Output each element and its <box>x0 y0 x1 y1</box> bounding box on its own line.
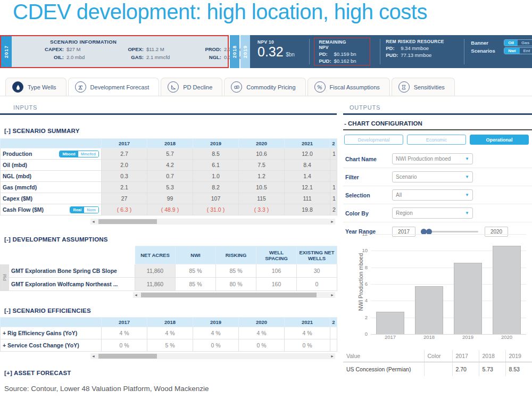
scroll-right-arrow[interactable]: ► <box>329 219 335 225</box>
scroll-thumb[interactable] <box>98 354 157 359</box>
y-tick-label: 10 <box>357 247 368 253</box>
divider <box>309 39 310 64</box>
cell-partial: 2 <box>330 204 337 215</box>
toggle-mmcfed[interactable]: Mmcfed <box>78 151 98 157</box>
scenario-efficiencies-hscrollbar[interactable]: ◄ ► <box>90 353 335 359</box>
bar-2017[interactable] <box>376 312 404 334</box>
scroll-thumb[interactable] <box>98 219 157 224</box>
chart-name-row: Chart Name NWI Production mboed ▼ <box>343 150 532 168</box>
cell: 85 % <box>176 278 216 291</box>
tab-label: Development Forecast <box>90 84 149 90</box>
bar-2020[interactable] <box>493 246 521 334</box>
cell: 85 % <box>176 264 216 278</box>
row-label: Cash Flow ($M) <box>3 206 44 213</box>
dropdown-value: All <box>396 192 465 198</box>
developmental-button[interactable]: Developmental <box>344 135 403 145</box>
scroll-track[interactable] <box>139 292 329 298</box>
scenarios-nwi-ent-toggle[interactable]: Nwi Ent <box>504 47 532 54</box>
scroll-thumb[interactable] <box>141 293 317 297</box>
tab-development-forecast[interactable]: Development Forecast <box>68 78 160 96</box>
percent-coins-icon <box>314 81 326 93</box>
scenario-summary-heading[interactable]: [-] SCENARIO SUMMARY <box>4 128 80 134</box>
development-assumptions-heading[interactable]: [-] DEVELOPMENT ASSUMPTIONS <box>4 236 108 243</box>
cell[interactable]: 4 % <box>239 327 285 339</box>
cell: 12.0 <box>285 148 330 160</box>
tab-fiscal-assumptions[interactable]: Fiscal Assumptions <box>307 78 390 96</box>
operational-button[interactable]: Operational <box>470 135 529 145</box>
toggle-option-nwi[interactable]: Nwi <box>504 48 519 54</box>
dropdown-value: Region <box>396 210 465 216</box>
production-unit-toggle[interactable]: MboedMmcfed <box>59 151 99 157</box>
cell: 99 <box>147 193 193 204</box>
cell[interactable]: 0 % <box>285 339 330 352</box>
well-name[interactable]: GMT Exploration Bone Spring CB Slope <box>9 264 135 278</box>
cell: 11,860 <box>135 278 176 291</box>
cell[interactable]: 4 % <box>193 327 239 339</box>
chart-configuration-heading[interactable]: - CHART CONFIGURATION <box>344 120 422 127</box>
cell-partial <box>330 171 337 182</box>
scroll-right-arrow[interactable]: ► <box>329 353 335 359</box>
scroll-track[interactable] <box>96 219 329 225</box>
scroll-left-arrow[interactable]: ◄ <box>90 219 96 225</box>
cell[interactable]: 4 % <box>147 327 193 339</box>
year-tab-2018[interactable]: 2018 <box>230 35 239 68</box>
bar-2019[interactable] <box>454 263 482 334</box>
scroll-left-arrow[interactable]: ◄ <box>90 353 96 359</box>
year-tab-2017[interactable]: 2017 <box>1 36 12 67</box>
banner-oil-gas-toggle[interactable]: Oil Gas <box>504 39 532 46</box>
cash-flow-real-nom-toggle[interactable]: RealNom <box>70 206 99 213</box>
cell[interactable]: 5 % <box>147 339 193 352</box>
tab-commodity-pricing[interactable]: Commodity Pricing <box>224 78 305 96</box>
well-name[interactable]: GMT Exploration Wolfcamp Northeast ... <box>9 278 135 291</box>
cell: 30 <box>297 264 337 278</box>
column-header: EXISTING NET WELLS <box>297 246 337 264</box>
table-row-gas: Gas (mmcfd) 2.1 5.3 8.2 10.5 12.1 1 <box>1 182 337 193</box>
cell[interactable]: 0 % <box>239 339 285 352</box>
toggle-option-gas[interactable]: Gas <box>518 40 532 46</box>
cell: 107 <box>193 193 239 204</box>
chart-name-dropdown[interactable]: NWI Production mboed ▼ <box>392 153 473 164</box>
inputs-rule <box>0 113 337 115</box>
tab-pd-decline[interactable]: PD Decline <box>161 78 222 96</box>
header-blank <box>9 246 135 264</box>
scroll-right-arrow[interactable]: ► <box>329 292 335 298</box>
development-assumptions-table: NET ACRES NWI RISKING WELL SPACING EXIST… <box>0 246 337 291</box>
year-header: 2019 <box>193 139 239 148</box>
toggle-nom[interactable]: Nom <box>84 207 98 213</box>
cell[interactable]: 0 % <box>193 339 239 352</box>
toggle-option-ent[interactable]: Ent <box>520 48 532 54</box>
toggle-real[interactable]: Real <box>70 207 84 213</box>
bar-2018[interactable] <box>415 286 443 334</box>
asset-forecast-heading[interactable]: [+] ASSET FORECAST <box>4 370 71 376</box>
bars-group <box>371 234 526 334</box>
cell[interactable]: 4 % <box>102 327 147 339</box>
header-blank <box>1 139 102 148</box>
chart-type-buttons: Developmental Economic Operational <box>344 135 529 145</box>
scenario-efficiencies-heading[interactable]: [-] SCENARIO EFFICIENCIES <box>4 307 91 314</box>
cell: ( 31.0 ) <box>193 204 239 215</box>
cell-partial: 1 <box>330 193 337 204</box>
toggle-mboed[interactable]: Mboed <box>60 151 78 157</box>
scroll-track[interactable] <box>96 353 329 359</box>
year-tab-2019[interactable]: 2019 <box>240 35 250 68</box>
scroll-left-arrow[interactable]: ◄ <box>133 292 139 298</box>
outputs-panel-label: OUTPUTS <box>350 104 532 111</box>
cell: 10.5 <box>239 182 285 193</box>
economic-button[interactable]: Economic <box>407 135 466 145</box>
filter-dropdown[interactable]: Scenario ▼ <box>392 171 473 182</box>
scenario-summary-hscrollbar[interactable]: ◄ ► <box>90 219 335 225</box>
year-header: 2020 <box>239 139 285 148</box>
selection-dropdown[interactable]: All ▼ <box>392 189 473 201</box>
cell[interactable]: 0 % <box>102 339 147 352</box>
development-assumptions-hscrollbar[interactable]: ◄ ► <box>133 292 335 298</box>
tab-type-wells[interactable]: Type Wells <box>5 78 66 96</box>
tab-label: PD Decline <box>183 84 212 90</box>
color-by-dropdown[interactable]: Region ▼ <box>392 207 473 219</box>
year-header: 2021 <box>285 139 330 148</box>
toggle-option-oil[interactable]: Oil <box>504 40 518 46</box>
row-label-cell: Production MboedMmcfed <box>1 148 102 160</box>
tab-sensitivities[interactable]: Sensitivities <box>392 78 455 96</box>
header-blank <box>1 318 102 327</box>
cell[interactable]: 4 % <box>285 327 330 339</box>
year-header-partial: 2 <box>330 318 337 327</box>
